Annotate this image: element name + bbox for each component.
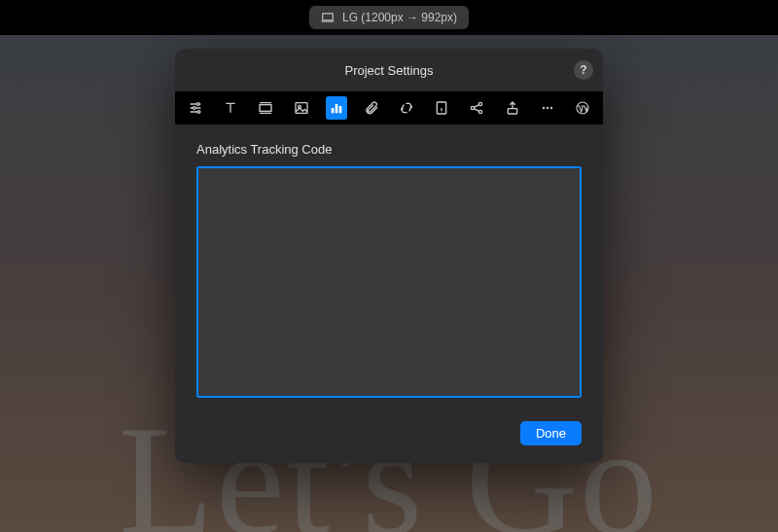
analytics-code-input[interactable] — [196, 166, 582, 398]
modal-header: Project Settings ? — [175, 49, 603, 91]
breakpoint-label: LG (1200px → 992px) — [342, 11, 457, 24]
tab-info[interactable] — [431, 96, 452, 120]
tab-analytics[interactable] — [326, 96, 347, 120]
tab-image[interactable] — [290, 96, 311, 120]
svg-rect-7 — [331, 108, 334, 113]
tab-text[interactable] — [220, 96, 241, 120]
project-settings-modal: Project Settings ? — [175, 49, 603, 463]
sliders-icon — [188, 100, 203, 116]
help-icon: ? — [580, 63, 586, 77]
svg-point-2 — [193, 107, 195, 110]
paperclip-icon — [364, 100, 379, 116]
tab-export[interactable] — [502, 96, 523, 120]
more-icon — [540, 100, 555, 116]
app-viewport: Let's Go LG (1200px → 992px) Project Set… — [0, 0, 778, 532]
layout-icon — [258, 100, 273, 116]
analytics-code-label: Analytics Tracking Code — [196, 142, 582, 157]
svg-point-15 — [543, 107, 545, 109]
done-button[interactable]: Done — [520, 421, 582, 445]
recycle-icon — [399, 100, 414, 116]
image-icon — [294, 100, 309, 116]
svg-point-1 — [196, 103, 199, 106]
tab-more[interactable] — [537, 96, 558, 120]
tab-share[interactable] — [466, 96, 487, 120]
svg-rect-0 — [323, 14, 334, 20]
breakpoint-selector[interactable]: LG (1200px → 992px) — [309, 6, 469, 29]
tab-refresh[interactable] — [396, 96, 417, 120]
tab-layout[interactable] — [255, 96, 276, 120]
svg-rect-4 — [260, 105, 271, 112]
svg-point-16 — [547, 107, 548, 109]
wordpress-icon — [575, 100, 590, 116]
svg-rect-9 — [338, 106, 341, 113]
help-button[interactable]: ? — [574, 60, 593, 80]
share-icon — [469, 100, 484, 116]
top-toolbar: LG (1200px → 992px) — [0, 0, 778, 35]
tab-general[interactable] — [185, 96, 206, 120]
svg-rect-5 — [296, 103, 307, 114]
modal-body: Analytics Tracking Code — [175, 124, 603, 417]
tab-attach[interactable] — [361, 96, 382, 120]
svg-point-17 — [550, 107, 552, 109]
settings-tabstrip — [175, 91, 603, 124]
laptop-icon — [321, 11, 335, 24]
svg-rect-8 — [335, 104, 337, 113]
svg-rect-14 — [508, 109, 516, 114]
modal-title: Project Settings — [344, 63, 433, 78]
svg-point-3 — [197, 111, 200, 114]
text-icon — [223, 100, 238, 116]
tab-wordpress[interactable] — [572, 96, 593, 120]
chart-icon — [329, 100, 344, 116]
modal-footer: Done — [175, 417, 603, 463]
export-icon — [505, 100, 520, 116]
info-icon — [434, 100, 449, 116]
